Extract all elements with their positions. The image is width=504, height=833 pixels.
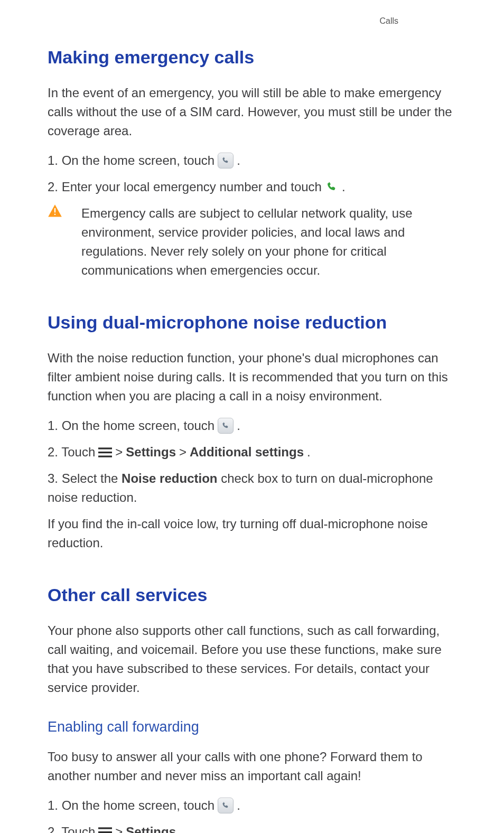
step-fwd-2: 2. Touch > Settings . xyxy=(48,822,456,834)
step-text: . xyxy=(342,177,346,196)
step-text: 1. On the home screen, touch xyxy=(48,796,214,815)
step-text: > xyxy=(179,443,186,462)
step-text: . xyxy=(237,151,240,170)
step-text: . xyxy=(237,796,240,815)
call-icon xyxy=(325,180,339,194)
svg-rect-6 xyxy=(98,831,112,832)
step-text: 3. Select the xyxy=(48,471,122,485)
svg-rect-2 xyxy=(98,447,112,449)
settings-label: Settings xyxy=(126,443,176,462)
paragraph-noise-footer: If you find the in-call voice low, try t… xyxy=(48,514,456,553)
menu-icon xyxy=(98,447,112,457)
paragraph-noise-intro: With the noise reduction function, your … xyxy=(48,349,456,406)
warning-icon xyxy=(48,204,62,217)
heading-other-services: Other call services xyxy=(48,582,456,609)
step-text: . xyxy=(307,443,311,462)
step-text: 2. Touch xyxy=(48,822,95,834)
phone-app-icon xyxy=(218,798,234,813)
paragraph-emergency-intro: In the event of an emergency, you will s… xyxy=(48,83,456,141)
step-noise-3: 3. Select the Noise reduction check box … xyxy=(48,469,456,507)
svg-rect-5 xyxy=(98,827,112,829)
svg-rect-4 xyxy=(98,456,112,457)
heading-noise-reduction: Using dual-microphone noise reduction xyxy=(48,309,456,336)
step-text: . xyxy=(237,416,240,435)
step-text: 2. Enter your local emergency number and… xyxy=(48,177,322,196)
step-text: 2. Touch xyxy=(48,443,95,462)
svg-rect-3 xyxy=(98,452,112,453)
step-text: 1. On the home screen, touch xyxy=(48,416,214,435)
svg-rect-1 xyxy=(54,213,55,214)
step-emergency-2: 2. Enter your local emergency number and… xyxy=(48,177,456,196)
subheading-call-forwarding: Enabling call forwarding xyxy=(48,716,456,738)
svg-rect-0 xyxy=(54,208,55,212)
warning-text: Emergency calls are subject to cellular … xyxy=(70,204,456,280)
step-text: . xyxy=(179,822,183,834)
step-text: > xyxy=(115,443,123,462)
section-label: Calls xyxy=(379,15,398,27)
step-emergency-1: 1. On the home screen, touch . xyxy=(48,151,456,170)
step-noise-1: 1. On the home screen, touch . xyxy=(48,416,456,435)
step-fwd-1: 1. On the home screen, touch . xyxy=(48,796,456,815)
heading-emergency-calls: Making emergency calls xyxy=(48,44,456,71)
phone-app-icon xyxy=(218,153,234,169)
warning-note: Emergency calls are subject to cellular … xyxy=(48,204,456,280)
settings-label: Settings xyxy=(126,822,176,834)
menu-icon xyxy=(98,827,112,834)
paragraph-other-intro: Your phone also supports other call func… xyxy=(48,621,456,697)
step-noise-2: 2. Touch > Settings > Additional setting… xyxy=(48,443,456,462)
phone-app-icon xyxy=(218,418,234,434)
paragraph-forwarding-intro: Too busy to answer all your calls with o… xyxy=(48,747,456,785)
additional-settings-label: Additional settings xyxy=(190,443,304,462)
step-text: > xyxy=(115,822,123,834)
noise-reduction-label: Noise reduction xyxy=(122,471,217,485)
step-text: 1. On the home screen, touch xyxy=(48,151,214,170)
